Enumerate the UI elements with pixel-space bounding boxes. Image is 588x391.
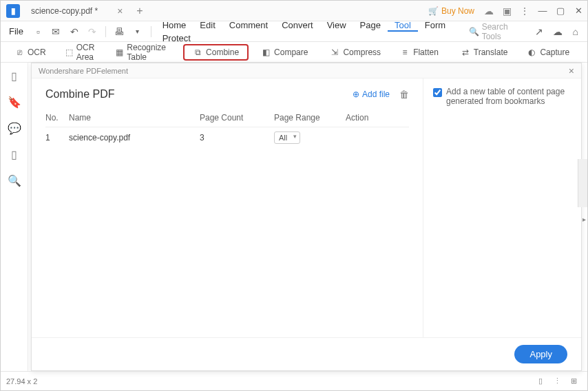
capture-icon: ◐ (527, 47, 536, 57)
scrollbar[interactable] (578, 159, 587, 207)
col-page-range: Page Range (274, 113, 346, 123)
maximize-button[interactable]: ▢ (552, 1, 569, 21)
col-no: No. (45, 113, 69, 123)
menu-tool[interactable]: Tool (388, 20, 418, 32)
share-icon[interactable]: ↗ (532, 24, 546, 39)
combine-panel: Wondershare PDFelement × Combine PDF ⊕Ad… (31, 63, 582, 371)
separator (105, 26, 106, 37)
panel-main: Combine PDF ⊕Add file 🗑 No. Name Page Co… (32, 78, 423, 337)
workspace: ▯ 🔖 💬 ▯ 🔍 Wondershare PDFelement × Combi… (1, 63, 587, 371)
sidebar: ▯ 🔖 💬 ▯ 🔍 (1, 63, 28, 371)
page-range-select[interactable]: All (274, 131, 300, 144)
document-tab[interactable]: science-copy.pdf * × (25, 1, 128, 21)
table-header: No. Name Page Count Page Range Action (45, 109, 409, 127)
notify-icon[interactable]: ▣ (501, 5, 513, 17)
search-icon: 🔍 (469, 27, 479, 36)
attachments-icon[interactable]: ▯ (8, 148, 21, 160)
flatten-button[interactable]: ≡Flatten (393, 45, 445, 59)
save-icon[interactable]: ▫ (31, 24, 45, 39)
panel-options: Add a new table of content page generate… (423, 78, 581, 337)
tab-filename: science-copy.pdf * (31, 6, 98, 16)
bookmark-icon[interactable]: 🔖 (8, 96, 21, 108)
col-action: Action (346, 113, 409, 123)
compress-icon: ⇲ (330, 47, 339, 57)
table-icon: ▦ (116, 47, 123, 57)
table-row[interactable]: 1 science-copy.pdf 3 All (45, 127, 409, 148)
panel-header: Wondershare PDFelement × (32, 63, 581, 78)
translate-icon: ⇄ (461, 47, 470, 57)
thumbnails-icon[interactable]: ▯ (8, 70, 21, 82)
toolbar: ⎚OCR ⬚OCR Area ▦Recognize Table ⧉Combine… (1, 42, 587, 63)
trash-icon[interactable]: 🗑 (399, 89, 409, 100)
combine-button[interactable]: ⧉Combine (183, 44, 249, 61)
search-side-icon[interactable]: 🔍 (8, 174, 21, 187)
compress-button[interactable]: ⇲Compress (323, 45, 388, 59)
redo-icon[interactable]: ↷ (85, 24, 99, 39)
col-name: Name (69, 113, 200, 123)
add-tab-icon[interactable]: + (136, 5, 143, 17)
kebab-icon[interactable]: ⋮ (518, 5, 531, 17)
panel-brand: Wondershare PDFelement (39, 67, 128, 75)
app-icon: ▮ (6, 4, 20, 18)
toc-checkbox[interactable] (433, 88, 442, 97)
chevron-down-icon[interactable]: ▾ (130, 24, 144, 39)
menu-form[interactable]: Form (418, 20, 452, 30)
compare-button[interactable]: ◧Compare (254, 45, 315, 59)
view-continuous-icon[interactable]: ⋮ (551, 375, 563, 388)
comments-icon[interactable]: 💬 (8, 122, 21, 134)
apply-button[interactable]: Apply (514, 345, 567, 363)
panel-footer: Apply (32, 337, 581, 370)
toc-label: Add a new table of content page generate… (446, 87, 571, 106)
combine-icon: ⧉ (193, 47, 202, 57)
expand-icon[interactable]: ⌂ (569, 24, 582, 39)
panel-title: Combine PDF (45, 88, 114, 101)
buy-now-link[interactable]: 🛒Buy Now (428, 6, 474, 16)
search-placeholder: Search Tools (482, 22, 525, 41)
menu-file[interactable]: File (3, 26, 29, 36)
close-button[interactable]: ✕ (569, 1, 587, 21)
panel-close-icon[interactable]: × (569, 65, 574, 76)
plus-icon: ⊕ (353, 89, 359, 99)
mail-icon[interactable]: ✉ (49, 24, 63, 39)
menu-home[interactable]: Home (156, 20, 193, 30)
ocr-icon: ⎚ (14, 47, 24, 57)
minimize-button[interactable]: — (534, 1, 552, 21)
ocr-area-icon: ⬚ (65, 47, 73, 57)
menu-edit[interactable]: Edit (193, 20, 222, 30)
menu-convert[interactable]: Convert (275, 20, 320, 30)
col-page-count: Page Count (200, 113, 274, 123)
menu-view[interactable]: View (320, 20, 353, 30)
recognize-table-button[interactable]: ▦Recognize Table (109, 41, 175, 64)
sync-icon[interactable]: ☁ (483, 5, 495, 17)
toc-option[interactable]: Add a new table of content page generate… (433, 87, 571, 106)
print-icon[interactable]: 🖶 (112, 24, 126, 39)
view-single-icon[interactable]: ▯ (534, 375, 547, 388)
menu-comment[interactable]: Comment (222, 20, 275, 30)
cell-page-count: 3 (200, 133, 274, 142)
capture-button[interactable]: ◐Capture (520, 45, 576, 59)
separator (151, 26, 151, 37)
expand-arrow-icon[interactable]: ▸ (580, 214, 587, 224)
compare-icon: ◧ (261, 47, 271, 57)
translate-button[interactable]: ⇄Translate (454, 45, 515, 59)
cloud-icon[interactable]: ☁ (550, 24, 564, 39)
ocr-button[interactable]: ⎚OCR (8, 45, 53, 59)
page-dimensions: 27.94 x 2 (6, 377, 37, 385)
cell-no: 1 (45, 133, 69, 142)
menu-page[interactable]: Page (353, 20, 388, 30)
cell-name: science-copy.pdf (69, 133, 200, 142)
ocr-area-button[interactable]: ⬚OCR Area (59, 41, 104, 64)
undo-icon[interactable]: ↶ (67, 24, 81, 39)
cell-action (346, 133, 409, 142)
view-grid-icon[interactable]: ⊞ (567, 375, 580, 388)
statusbar: 27.94 x 2 ▯ ⋮ ⊞ (1, 371, 587, 390)
batch-button[interactable]: ⊞Ba› (582, 45, 588, 59)
search-tools[interactable]: 🔍 Search Tools (469, 22, 525, 41)
menubar: File ▫ ✉ ↶ ↷ 🖶 ▾ HomeEditCommentConvertV… (1, 21, 587, 42)
add-file-button[interactable]: ⊕Add file (353, 89, 390, 99)
cart-icon: 🛒 (428, 6, 439, 16)
flatten-icon: ≡ (400, 47, 410, 57)
close-tab-icon[interactable]: × (117, 6, 123, 17)
